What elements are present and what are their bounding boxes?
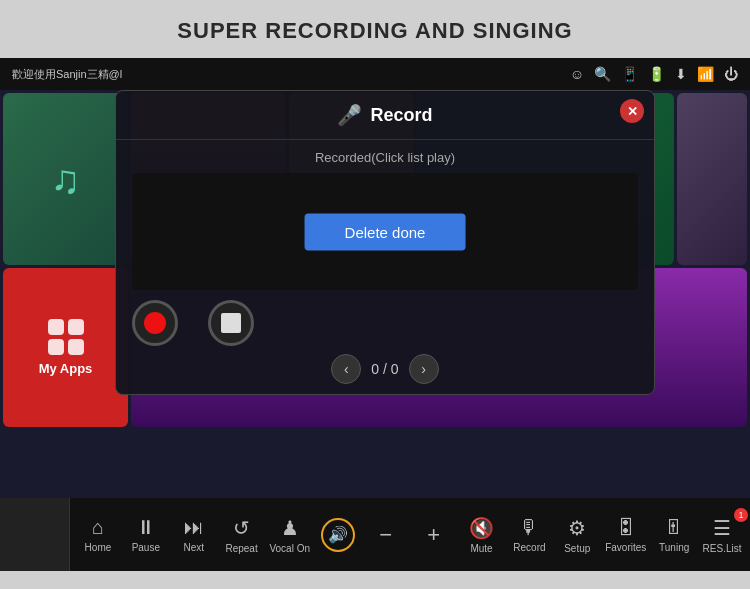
toolbar-home[interactable]: ⌂ Home [76, 512, 120, 557]
download-icon: ⬇ [675, 66, 687, 82]
tuning-icon: 🎚 [664, 516, 684, 539]
page-title: SUPER RECORDING AND SINGING [10, 18, 740, 44]
toolbar-record[interactable]: 🎙 Record [507, 512, 551, 557]
record-modal: 🎤 Record ✕ Recorded(Click list play) Del… [115, 90, 655, 395]
vol-minus-icon: − [379, 522, 392, 548]
vol-plus-icon: + [427, 522, 440, 548]
tuning-label: Tuning [659, 542, 689, 553]
pause-label: Pause [132, 542, 160, 553]
toolbar-repeat[interactable]: ↺ Repeat [220, 512, 264, 558]
toolbar-vocal-on[interactable]: ♟ Vocal On [267, 512, 312, 558]
home-icon: ⌂ [92, 516, 104, 539]
toolbar-next[interactable]: ⏭ Next [172, 512, 216, 557]
modal-title: 🎤 Record [337, 103, 432, 127]
record-controls [132, 300, 638, 346]
modal-body: Recorded(Click list play) Delete done ‹ … [116, 140, 654, 394]
toolbar-favorites[interactable]: 🎛 Favorites [603, 512, 648, 557]
delete-done-button[interactable]: Delete done [305, 213, 466, 250]
app-area: 歡迎使用Sanjin三精@l ☺ 🔍 📱 🔋 ⬇ 📶 ⏻ ♫ [0, 58, 750, 498]
toolbar-vol-minus[interactable]: − [364, 518, 408, 552]
header: SUPER RECORDING AND SINGING [0, 0, 750, 58]
toolbar: ⌂ Home ⏸ Pause ⏭ Next ↺ Repeat ♟ Vocal O… [0, 498, 750, 571]
toolbar-mute[interactable]: 🔇 Mute [460, 512, 504, 558]
repeat-icon: ↺ [233, 516, 250, 540]
res-list-icon: ☰ [713, 516, 731, 540]
modal-title-text: Record [370, 105, 432, 126]
page-count: 0 / 0 [371, 361, 398, 377]
welcome-text: 歡迎使用Sanjin三精@l [12, 67, 122, 82]
toolbar-pause[interactable]: ⏸ Pause [124, 512, 168, 557]
recordings-list[interactable]: Delete done [132, 173, 638, 290]
next-page-button[interactable]: › [409, 354, 439, 384]
favorites-label: Favorites [605, 542, 646, 553]
mute-icon: 🔇 [469, 516, 494, 540]
pause-icon: ⏸ [136, 516, 156, 539]
res-list-badge: 1 [734, 508, 748, 522]
app-dot-1 [48, 319, 64, 335]
record-start-button[interactable] [132, 300, 178, 346]
setup-icon: ⚙ [568, 516, 586, 540]
app-dot-2 [68, 319, 84, 335]
vocal-on-label: Vocal On [269, 543, 310, 554]
toolbar-items: ⌂ Home ⏸ Pause ⏭ Next ↺ Repeat ♟ Vocal O… [70, 498, 750, 571]
setup-label: Setup [564, 543, 590, 554]
record-label: Record [513, 542, 545, 553]
smiley-icon: ☺ [570, 66, 584, 82]
home-label: Home [85, 542, 112, 553]
wifi-icon: 📶 [697, 66, 714, 82]
modal-close-button[interactable]: ✕ [620, 99, 644, 123]
res-list-label: RES.List [703, 543, 742, 554]
toolbar-vol-plus[interactable]: + [412, 518, 456, 552]
toolbar-preview [0, 498, 70, 571]
stop-square-icon [221, 313, 241, 333]
app-dot-3 [48, 339, 64, 355]
vocal-on-icon: ♟ [281, 516, 299, 540]
battery-icon: 🔋 [648, 66, 665, 82]
record-dot-icon [144, 312, 166, 334]
app-dot-4 [68, 339, 84, 355]
recorded-label: Recorded(Click list play) [132, 150, 638, 165]
modal-mic-icon: 🎤 [337, 103, 362, 127]
repeat-label: Repeat [225, 543, 257, 554]
my-apps-tile[interactable]: My Apps [3, 268, 128, 427]
modal-header: 🎤 Record ✕ [116, 91, 654, 140]
record-stop-button[interactable] [208, 300, 254, 346]
volume-ring-icon: 🔊 [321, 518, 355, 552]
toolbar-volume[interactable]: 🔊 [316, 514, 360, 556]
prev-page-button[interactable]: ‹ [331, 354, 361, 384]
tablet-icon: 📱 [621, 66, 638, 82]
my-apps-label: My Apps [39, 361, 93, 376]
tile-music[interactable]: ♫ [3, 93, 128, 265]
power-icon: ⏻ [724, 66, 738, 82]
status-bar: 歡迎使用Sanjin三精@l ☺ 🔍 📱 🔋 ⬇ 📶 ⏻ [0, 58, 750, 90]
music-icon: ♫ [51, 157, 81, 202]
apps-grid [48, 319, 84, 355]
tile-purple-small[interactable] [677, 93, 747, 265]
toolbar-setup[interactable]: ⚙ Setup [555, 512, 599, 558]
toolbar-tuning[interactable]: 🎚 Tuning [652, 512, 696, 557]
record-icon: 🎙 [519, 516, 539, 539]
favorites-icon: 🎛 [616, 516, 636, 539]
pagination: ‹ 0 / 0 › [132, 354, 638, 384]
mute-label: Mute [470, 543, 492, 554]
toolbar-res-list[interactable]: ☰ RES.List 1 [700, 512, 744, 558]
search-icon: 🔍 [594, 66, 611, 82]
next-icon: ⏭ [184, 516, 204, 539]
next-label: Next [183, 542, 204, 553]
